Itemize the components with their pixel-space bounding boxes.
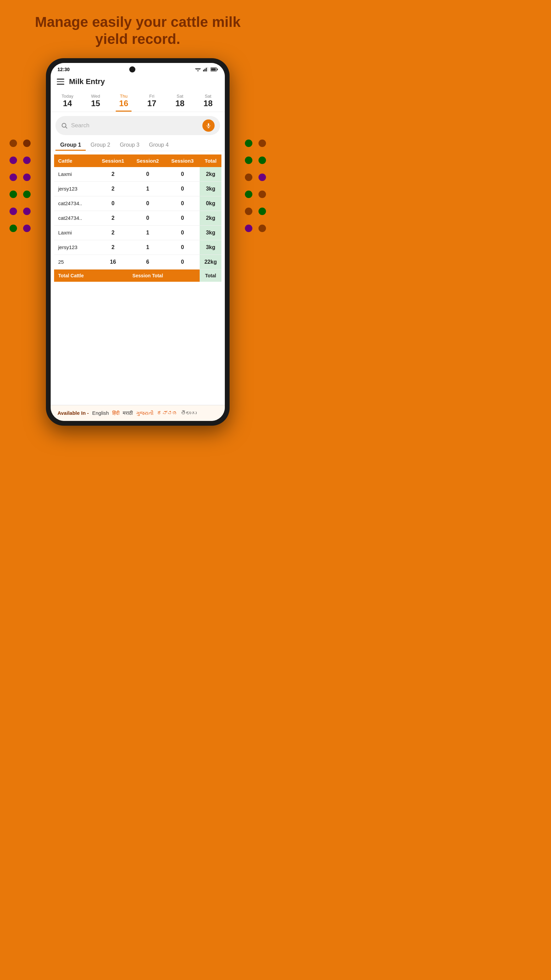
session2: 1 — [130, 181, 165, 196]
date-item-5[interactable]: Sat 18 — [195, 92, 221, 111]
group-tab-2[interactable]: Group 3 — [115, 139, 144, 151]
totals-body: 25 16 6 0 22kg — [54, 255, 221, 269]
total-s1: 16 — [95, 255, 130, 269]
date-num: 17 — [147, 99, 156, 108]
milk-table: CattleSession1Session2Session3Total Laxm… — [54, 154, 221, 282]
camera-notch — [129, 66, 135, 73]
cattle-name: jersy123 — [54, 181, 95, 196]
session2: 0 — [130, 167, 165, 182]
svg-rect-4 — [205, 69, 205, 72]
date-item-2[interactable]: Thu 16 — [110, 92, 137, 111]
app-title: Milk Entry — [69, 77, 105, 86]
svg-rect-12 — [208, 123, 209, 126]
session1: 2 — [95, 167, 130, 182]
svg-line-11 — [66, 127, 67, 129]
session1: 2 — [95, 181, 130, 196]
row-total: 3kg — [200, 240, 221, 255]
row-total: 0kg — [200, 196, 221, 211]
status-bar: 12:30 — [51, 63, 225, 74]
footer-language-2: मराठी — [123, 410, 133, 416]
svg-rect-5 — [206, 68, 207, 72]
table-container[interactable]: CattleSession1Session2Session3Total Laxm… — [51, 151, 225, 405]
session1: 2 — [95, 240, 130, 255]
session2: 0 — [130, 211, 165, 225]
session3: 0 — [165, 167, 200, 182]
table-row-5: jersy123 2 1 0 3kg — [54, 240, 221, 255]
date-picker: Today 14Wed 15Thu 16Fri 17Sat 18Sat 18 — [51, 90, 225, 112]
session2: 0 — [130, 196, 165, 211]
date-day: Wed — [91, 94, 100, 99]
grand-total: 22kg — [200, 255, 221, 269]
mic-icon[interactable] — [202, 119, 214, 132]
svg-rect-6 — [207, 67, 208, 72]
session3: 0 — [165, 240, 200, 255]
date-num: 14 — [63, 99, 72, 108]
cattle-name: cat24734.. — [54, 211, 95, 225]
total-s3: 0 — [165, 255, 200, 269]
session2: 1 — [130, 240, 165, 255]
cattle-name: Laxmi — [54, 225, 95, 240]
group-tab-0[interactable]: Group 1 — [56, 139, 86, 151]
hero-title: Manage easily your cattle milk yield rec… — [0, 0, 275, 55]
phone-frame: 12:30 — [46, 58, 230, 426]
page-footer: Available In -Englishहिंदीमराठीગુજરાતીಕನ… — [51, 405, 225, 421]
table-row-3: cat24734.. 2 0 0 2kg — [54, 211, 221, 225]
search-bar[interactable]: Search — [56, 116, 220, 135]
total-cattle-count: 25 — [54, 255, 95, 269]
date-day: Sat — [205, 94, 211, 99]
table-row-2: cat24734.. 0 0 0 0kg — [54, 196, 221, 211]
footer-language-3: ગુજરાતી — [136, 410, 153, 416]
date-day: Fri — [149, 94, 154, 99]
session1: 2 — [95, 225, 130, 240]
search-placeholder: Search — [71, 122, 199, 129]
group-tab-1[interactable]: Group 2 — [86, 139, 115, 151]
date-num: 16 — [119, 99, 128, 108]
table-row-0: Laxmi 2 0 0 2kg — [54, 167, 221, 182]
footer-language-0: English — [92, 410, 109, 416]
date-day: Sat — [176, 94, 183, 99]
group-tabs: Group 1Group 2Group 3Group 4 — [51, 139, 225, 151]
session3: 0 — [165, 211, 200, 225]
session2: 1 — [130, 225, 165, 240]
table-header: CattleSession1Session2Session3Total — [54, 154, 221, 167]
table-header-cell-1: Session1 — [95, 154, 130, 167]
cattle-name: cat24734.. — [54, 196, 95, 211]
row-total: 2kg — [200, 167, 221, 182]
total-cattle-label: Total Cattle — [54, 269, 95, 282]
status-icons — [195, 67, 218, 72]
footer-language-5: తెలుగు — [181, 410, 197, 416]
date-item-1[interactable]: Wed 15 — [82, 92, 109, 111]
date-item-4[interactable]: Sat 18 — [167, 92, 194, 111]
hamburger-menu-icon[interactable] — [57, 79, 64, 85]
svg-rect-8 — [211, 68, 216, 70]
date-item-0[interactable]: Today 14 — [54, 92, 81, 111]
status-time: 12:30 — [57, 67, 70, 72]
date-num: 18 — [176, 99, 185, 108]
app-header: Milk Entry — [51, 74, 225, 90]
phone-screen: 12:30 — [51, 63, 225, 421]
table-row-4: Laxmi 2 1 0 3kg — [54, 225, 221, 240]
battery-icon — [211, 67, 218, 72]
svg-marker-2 — [197, 70, 199, 72]
footer-language-4: ಕನ್ನಡ — [157, 410, 178, 416]
svg-point-10 — [62, 123, 66, 127]
table-body: Laxmi 2 0 0 2kg jersy123 2 1 0 3kg cat24… — [54, 167, 221, 255]
date-num: 15 — [91, 99, 100, 108]
phone-wrapper: 12:30 — [0, 58, 275, 426]
table-header-cell-2: Session2 — [130, 154, 165, 167]
session1: 2 — [95, 211, 130, 225]
session3: 0 — [165, 196, 200, 211]
cattle-name: Laxmi — [54, 167, 95, 182]
session3: 0 — [165, 225, 200, 240]
total-s2: 6 — [130, 255, 165, 269]
row-total: 2kg — [200, 211, 221, 225]
wifi-icon — [195, 67, 201, 72]
table-header-cell-0: Cattle — [54, 154, 95, 167]
date-day: Thu — [120, 94, 127, 99]
svg-rect-9 — [217, 68, 218, 70]
total-footer-label: Total — [200, 269, 221, 282]
table-header-cell-3: Session3 — [165, 154, 200, 167]
footer-language-1: हिंदी — [112, 410, 119, 416]
date-item-3[interactable]: Fri 17 — [138, 92, 165, 111]
group-tab-3[interactable]: Group 4 — [144, 139, 173, 151]
